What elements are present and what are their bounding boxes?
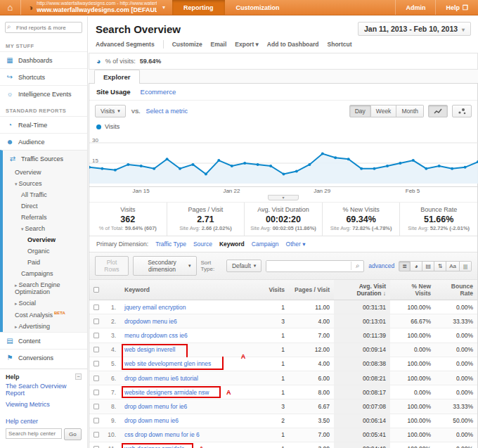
select-a-metric-link[interactable]: Select a metric: [146, 108, 188, 115]
help-link[interactable]: Viewing Metrics: [6, 399, 82, 410]
row-checkbox[interactable]: [93, 418, 99, 423]
find-reports-input[interactable]: [5, 22, 82, 33]
keyword-link[interactable]: web designer armidale: [124, 445, 185, 448]
term-cloud-view-icon[interactable]: Aa: [446, 261, 460, 271]
sidebar-item-audience[interactable]: ☻Audience: [0, 133, 87, 150]
sidebar-item-traffic-sources[interactable]: ⇄Traffic Sources: [0, 150, 87, 167]
topbar-tab-customization[interactable]: Customization: [225, 0, 291, 15]
secondary-dimension-button[interactable]: Secondary dimension▾: [133, 256, 197, 276]
account-switcher[interactable]: ◑ http://www.waterfallwaydesigns.com - h…: [21, 0, 172, 15]
sort-type-button[interactable]: Default▾: [226, 260, 261, 272]
sidebar-item-search[interactable]: ▾Search: [0, 223, 87, 234]
subtab-ecommerce[interactable]: Ecommerce: [141, 88, 176, 96]
sidebar-item-advertising[interactable]: ▸Advertising: [0, 321, 87, 332]
keyword-link[interactable]: drop down menu ie6 tutorial: [124, 375, 198, 382]
plot-rows-button[interactable]: Plot Rows: [95, 256, 129, 276]
sidebar-item-paid[interactable]: Paid: [0, 257, 87, 268]
sidebar-item-direct[interactable]: Direct: [0, 200, 87, 212]
sidebar-item-cost-analysis[interactable]: Cost AnalysisBETA: [0, 309, 87, 321]
line-chart-mode-button[interactable]: [428, 105, 448, 117]
granularity-week[interactable]: Week: [371, 105, 397, 117]
chart-expand-handle[interactable]: ▾: [268, 195, 299, 200]
help-search-go-button[interactable]: Go: [64, 428, 82, 440]
action-advanced-segments[interactable]: Advanced Segments: [96, 41, 155, 48]
help-center-link[interactable]: Help center: [6, 416, 82, 427]
granularity-month[interactable]: Month: [396, 105, 424, 117]
row-checkbox[interactable]: [93, 404, 99, 409]
subtab-site-usage[interactable]: Site Usage: [96, 88, 131, 96]
sidebar-item-content[interactable]: ▤Content: [0, 332, 87, 349]
sidebar-item-shortcuts[interactable]: ↪Shortcuts: [0, 68, 87, 85]
visits-line-chart[interactable]: 30 15 Jan 15Jan 22Jan 29Feb 5 ▾: [89, 132, 477, 200]
summary-metric-sub: % of Total: 59.64% (607): [91, 225, 165, 231]
keyword-link[interactable]: website designers armidale nsw: [124, 389, 209, 396]
primary-dimension-source[interactable]: Source: [193, 241, 212, 248]
topbar-tab-reporting[interactable]: Reporting: [172, 0, 225, 15]
row-checkbox[interactable]: [93, 432, 99, 437]
sidebar-item-intelligence-events[interactable]: ☼Intelligence Events: [0, 85, 87, 102]
column-header-pages[interactable]: Pages / Visit: [289, 280, 334, 300]
sidebar-item-conversions[interactable]: ⚑Conversions: [0, 349, 87, 366]
sidebar-item-social[interactable]: ▸Social: [0, 297, 87, 309]
keyword-link[interactable]: drop down menu for ie6: [124, 403, 187, 410]
help-link[interactable]: The Search Overview Report: [6, 380, 82, 399]
home-icon[interactable]: ⌂: [0, 0, 21, 15]
topbar-link-help[interactable]: Help❐: [435, 0, 478, 15]
search-icon[interactable]: ⌕: [351, 262, 363, 270]
topbar-link-admin[interactable]: Admin: [395, 0, 435, 15]
motion-chart-mode-button[interactable]: [452, 105, 472, 117]
keyword-link[interactable]: web design inverell: [124, 346, 175, 353]
sidebar-item-real-time[interactable]: ◔Real-Time: [0, 116, 87, 133]
explorer-tab[interactable]: Explorer: [94, 70, 140, 84]
primary-dimension-keyword[interactable]: Keyword: [219, 241, 245, 248]
help-search-input[interactable]: [6, 428, 62, 439]
keyword-link[interactable]: jquery email encryption: [124, 304, 186, 311]
sidebar-item-campaigns[interactable]: Campaigns: [0, 268, 87, 279]
keyword-link[interactable]: css drop down menu for ie 6: [124, 431, 200, 438]
sidebar-item-sources[interactable]: ▾Sources: [0, 178, 87, 189]
date-range-selector[interactable]: Jan 11, 2013 - Feb 10, 2013 ▾: [358, 22, 471, 36]
table-view-icon[interactable]: ≣: [399, 261, 411, 271]
sidebar-item-dashboards[interactable]: ▦Dashboards: [0, 51, 87, 68]
column-header-newvisits[interactable]: % New Visits: [390, 280, 435, 300]
column-header-keyword[interactable]: Keyword: [120, 280, 245, 300]
row-checkbox[interactable]: [93, 361, 99, 366]
percentage-view-icon[interactable]: ◕: [411, 261, 422, 271]
sidebar-item-organic[interactable]: Organic: [0, 245, 87, 257]
row-checkbox[interactable]: [93, 376, 99, 381]
action-shortcut[interactable]: Shortcut: [328, 41, 352, 48]
action-email[interactable]: Email: [211, 41, 227, 48]
pivot-view-icon[interactable]: |||: [460, 261, 472, 271]
sidebar-item-referrals[interactable]: Referrals: [0, 212, 87, 223]
comparison-view-icon[interactable]: ⇅: [434, 261, 446, 271]
sidebar-item-all-traffic[interactable]: All Traffic: [0, 189, 87, 200]
row-checkbox[interactable]: [93, 333, 99, 338]
action-add-to-dashboard[interactable]: Add to Dashboard: [267, 41, 319, 48]
column-header-duration[interactable]: Avg. Visit Duration ↓: [334, 280, 390, 300]
performance-view-icon[interactable]: ▤: [422, 261, 434, 271]
granularity-day[interactable]: Day: [349, 105, 371, 117]
select-all-checkbox[interactable]: [93, 287, 99, 293]
column-header-bounce[interactable]: Bounce Rate: [435, 280, 477, 300]
action-export[interactable]: Export ▾: [235, 41, 259, 48]
advanced-search-link[interactable]: advanced: [368, 262, 394, 269]
keyword-link[interactable]: dropdown menu ie6: [124, 318, 177, 325]
keyword-link[interactable]: menu dropdown css ie6: [124, 332, 188, 339]
row-checkbox[interactable]: [93, 305, 99, 310]
sidebar-item-overview[interactable]: Overview: [0, 167, 87, 178]
primary-dimension-other[interactable]: Other ▾: [286, 241, 306, 248]
primary-dimension-traffic-type[interactable]: Traffic Type: [155, 241, 186, 248]
column-header-visits[interactable]: Visits: [245, 280, 289, 300]
row-checkbox[interactable]: [93, 347, 99, 352]
metric-select-button[interactable]: Visits▾: [95, 105, 126, 117]
collapse-icon[interactable]: −: [75, 373, 82, 380]
sidebar-item-search-engine-optimization[interactable]: ▸Search Engine Optimization: [0, 279, 87, 297]
table-search-input[interactable]: [266, 261, 351, 271]
keyword-link[interactable]: drop down menu ie6: [124, 417, 179, 424]
keyword-link[interactable]: web site development glen innes: [124, 360, 211, 367]
row-checkbox[interactable]: [93, 390, 99, 395]
row-checkbox[interactable]: [93, 319, 99, 324]
primary-dimension-campaign[interactable]: Campaign: [252, 241, 279, 248]
action-customize[interactable]: Customize: [172, 41, 202, 48]
sidebar-item-overview[interactable]: Overview: [0, 234, 87, 245]
